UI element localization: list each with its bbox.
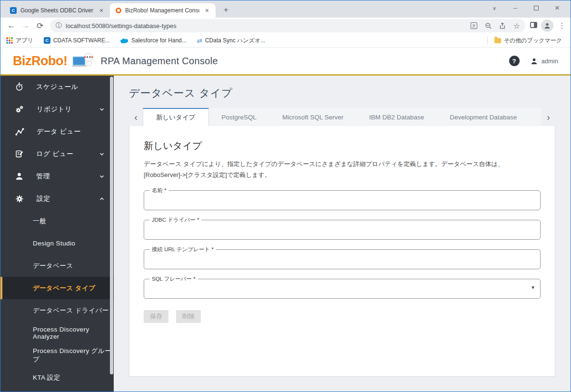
stopwatch-icon <box>15 82 24 91</box>
minimize-button[interactable]: ─ <box>505 5 526 11</box>
sql-flavor-field-label: SQL フレーバー * <box>149 275 198 283</box>
browser-window: C Google Sheets ODBC Driver: ODI × BizRo… <box>0 0 571 392</box>
tab-development-db[interactable]: Development Database <box>437 108 530 126</box>
site-info-icon[interactable]: ⓘ <box>56 21 62 30</box>
save-button[interactable]: 保存 <box>144 310 168 323</box>
sidebar-item-data-view[interactable]: データ ビュー <box>0 120 114 143</box>
browser-tab-title: Google Sheets ODBC Driver: ODI <box>20 7 94 14</box>
address-bar[interactable]: ⓘ localhost:50080/settings-database-type… <box>50 19 525 32</box>
share-icon[interactable] <box>497 20 508 31</box>
dropdown-caret-icon[interactable]: ▾ <box>532 284 534 291</box>
chevron-down-icon <box>98 106 105 113</box>
sidebar-item-admin[interactable]: 管理 <box>0 165 114 187</box>
tabs-prev-icon[interactable]: ‹ <box>129 108 143 126</box>
browser-tab-bar: C Google Sheets ODBC Driver: ODI × BizRo… <box>0 0 571 18</box>
tabs-next-icon[interactable]: › <box>541 108 555 126</box>
connection-url-field: 接続 URL テンプレート * <box>144 249 541 269</box>
sidebar-item-repository[interactable]: リポジトリ <box>0 98 114 120</box>
gear-icon <box>15 194 24 204</box>
sql-flavor-select[interactable] <box>144 279 540 298</box>
back-icon[interactable]: ← <box>4 19 19 32</box>
translate-icon[interactable]: 文 <box>468 20 480 31</box>
name-field-label: 名前 * <box>149 187 169 194</box>
app-title: RPA Management Console <box>100 56 217 67</box>
sidebar-subitem-kta[interactable]: KTA 設定 <box>0 366 114 389</box>
tab-oracle-db[interactable]: Oracle Databa <box>530 108 541 126</box>
browser-toolbar: ← → ⟳ ⓘ localhost:50080/settings-databas… <box>0 18 571 34</box>
sidebar-subitem-database-types[interactable]: データベース タイプ <box>0 277 114 299</box>
bookmark-apps[interactable]: アプリ <box>6 37 33 45</box>
browser-tab-bizrobo[interactable]: BizRobo! Management Console × <box>110 3 216 18</box>
apps-grid-icon <box>6 37 13 44</box>
sidebar-subitem-design-studio[interactable]: Design Studio <box>0 232 114 255</box>
sidebar-subitem-database[interactable]: データベース <box>0 255 114 277</box>
bookmark-cdata[interactable]: C CDATA SOFTWARE... <box>44 37 110 44</box>
data-nodes-icon <box>15 127 24 137</box>
close-tab-icon[interactable]: × <box>98 7 105 14</box>
side-panel-icon[interactable] <box>530 21 537 30</box>
url-text[interactable]: localhost:50080/settings-database-types <box>66 22 468 29</box>
person-icon <box>15 172 24 181</box>
window-controls: ∨ ─ × <box>484 0 568 16</box>
salesforce-cloud-icon <box>120 38 128 43</box>
sql-flavor-field: SQL フレーバー * ▾ <box>144 279 541 299</box>
cdata-sync-icon: ⇄ <box>197 37 202 44</box>
cdata-favicon-icon: C <box>10 7 17 14</box>
tab-new-type[interactable]: 新しいタイプ <box>143 108 209 126</box>
sidebar-item-log-view[interactable]: ログ ビュー <box>0 143 114 165</box>
delete-button[interactable]: 削除 <box>176 310 201 323</box>
jdbc-driver-input[interactable] <box>144 220 540 239</box>
sidebar-item-settings[interactable]: 設定 <box>0 187 114 210</box>
chevron-down-icon <box>98 173 105 180</box>
sidebar-subitem-pd-analyzer[interactable]: Process Discovery Analyzer <box>0 322 114 344</box>
zoom-icon[interactable] <box>482 20 494 31</box>
other-bookmarks-button[interactable]: その他のブックマーク <box>494 37 562 45</box>
bizrobo-logo: BizRobo! <box>13 54 67 69</box>
jdbc-driver-field-label: JDBC ドライバー * <box>149 216 201 224</box>
help-icon[interactable]: ? <box>509 56 520 66</box>
browser-tab-google-sheets[interactable]: C Google Sheets ODBC Driver: ODI × <box>4 3 110 18</box>
page-title: データベース タイプ <box>129 86 555 100</box>
maximize-button[interactable] <box>526 4 547 12</box>
bizrobo-favicon-icon <box>116 8 121 13</box>
close-tab-icon[interactable]: × <box>203 7 211 14</box>
close-window-button[interactable]: × <box>547 3 568 13</box>
jdbc-driver-field: JDBC ドライバー * <box>144 220 541 240</box>
database-type-tabs: ‹ 新しいタイプ PostgreSQL Microsoft SQL Server… <box>129 108 555 126</box>
bookmark-star-icon[interactable]: ☆ <box>511 20 522 31</box>
gears-icon <box>15 105 24 114</box>
sidebar-subitem-database-drivers[interactable]: データベース ドライバー <box>0 299 114 322</box>
name-field: 名前 * <box>144 190 541 210</box>
bookmark-cdata-sync[interactable]: ⇄ CData Sync ハンズオ... <box>197 37 265 45</box>
bookmark-salesforce[interactable]: Salesforce for Hand... <box>120 37 187 44</box>
user-menu[interactable]: admin <box>530 57 558 65</box>
bookmarks-bar: アプリ C CDATA SOFTWARE... Salesforce for H… <box>0 34 571 48</box>
name-input[interactable] <box>144 191 540 210</box>
main-content: データベース タイプ ‹ 新しいタイプ PostgreSQL Microsoft… <box>114 76 571 392</box>
tab-search-icon[interactable]: ∨ <box>484 5 505 11</box>
sidebar-subitem-pd-group[interactable]: Process Discovery グループ <box>0 344 114 366</box>
sidebar-subitem-general[interactable]: 一般 <box>0 210 114 232</box>
log-icon <box>15 149 24 158</box>
sidebar-item-schedule[interactable]: スケジュール <box>0 76 114 98</box>
robot-mascot-icon <box>72 52 94 72</box>
reload-icon[interactable]: ⟳ <box>33 19 47 32</box>
tab-postgresql[interactable]: PostgreSQL <box>209 108 270 126</box>
chevron-down-icon <box>98 151 105 157</box>
new-type-panel: 新しいタイプ データベース タイプにより、指定したタイプのデータベースにさまざま… <box>129 126 555 377</box>
toolbar-right: ⋮ <box>530 20 567 32</box>
tab-ibm-db2[interactable]: IBM DB2 Database <box>356 108 437 126</box>
bookmarks-divider <box>487 37 488 44</box>
folder-icon <box>494 38 501 43</box>
sidebar-scrollbar[interactable] <box>110 77 113 374</box>
profile-avatar[interactable] <box>541 20 553 32</box>
connection-url-field-label: 接続 URL テンプレート * <box>149 246 216 253</box>
username: admin <box>541 58 558 65</box>
chevron-up-icon <box>98 196 105 202</box>
tab-mssql[interactable]: Microsoft SQL Server <box>269 108 356 126</box>
app-header: BizRobo! RPA Management Console ? admin <box>0 48 571 76</box>
cdata-icon: C <box>44 37 50 44</box>
forward-icon[interactable]: → <box>19 19 33 32</box>
new-tab-button[interactable]: + <box>219 3 233 17</box>
browser-menu-icon[interactable]: ⋮ <box>557 21 567 30</box>
